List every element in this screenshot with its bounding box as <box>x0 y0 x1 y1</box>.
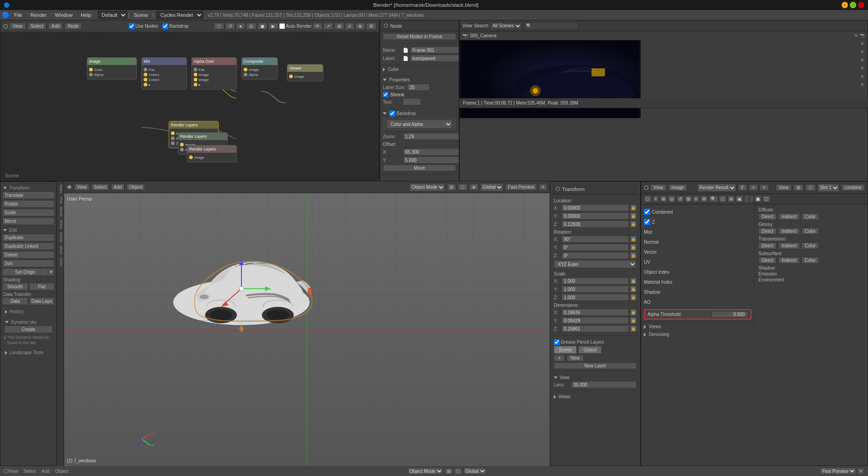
rp-icon-btn-12[interactable]: ◉ <box>736 195 743 202</box>
trans-indirect-btn[interactable]: Indirect <box>778 242 800 249</box>
combine-btn[interactable]: combine <box>841 184 865 191</box>
loc-x-input[interactable] <box>562 204 629 211</box>
loc-x-lock[interactable]: 🔒 <box>630 205 637 211</box>
loc-y-lock[interactable]: 🔒 <box>630 213 637 219</box>
sub-color-btn[interactable]: Color <box>802 257 819 264</box>
rp-image-btn[interactable]: Image <box>668 184 687 191</box>
status-select-btn[interactable]: Select <box>24 469 36 474</box>
rp-result-select[interactable]: Render Result <box>697 184 736 192</box>
status-fast-preview[interactable]: Fast Preview <box>820 467 856 475</box>
data-layo-btn[interactable]: Data Layo <box>29 297 55 305</box>
vp-icon-btn-3[interactable]: ⊕ <box>469 184 478 190</box>
tab-mixo[interactable]: MixO <box>57 245 64 256</box>
dim-x-lock[interactable]: 🔒 <box>630 309 637 316</box>
ne-icon-btn-8[interactable]: ↗ <box>323 23 333 30</box>
tab-phy[interactable]: Phy <box>57 196 64 205</box>
rot-x-lock[interactable]: 🔒 <box>630 236 637 242</box>
use-nodes-checkbox[interactable] <box>129 23 135 29</box>
rp-icon-btn-15[interactable]: ⬡ <box>763 195 770 202</box>
outliner-search-input[interactable] <box>524 22 578 30</box>
ne-icon-btn-12[interactable]: ⚙ <box>366 23 376 30</box>
loc-y-input[interactable] <box>562 212 629 220</box>
vp-add-btn[interactable]: Add <box>111 184 125 190</box>
rp-x-btn[interactable]: × <box>760 184 769 191</box>
tab-retop[interactable]: Retop <box>57 231 64 243</box>
diffuse-indirect-btn[interactable]: Indirect <box>778 213 800 220</box>
sub-direct-btn[interactable]: Direct <box>758 257 777 264</box>
glossy-color-btn[interactable]: Color <box>802 228 819 235</box>
gp-checkbox[interactable] <box>554 339 560 345</box>
zoom-input[interactable] <box>403 133 459 140</box>
rot-y-lock[interactable]: 🔒 <box>630 244 637 251</box>
ne-icon-btn-6[interactable]: ▶ <box>268 23 278 30</box>
dim-y-lock[interactable]: 🔒 <box>630 317 637 324</box>
gp-new-icon-btn[interactable]: + <box>554 355 565 361</box>
status-view-btn[interactable]: View <box>8 469 18 474</box>
engine-selector[interactable]: Cycles Render <box>156 11 203 19</box>
x-input[interactable] <box>403 148 459 155</box>
rp-slot-select[interactable]: Slot 1 <box>818 184 839 192</box>
scale-x-input[interactable] <box>562 277 629 285</box>
backdrop-section-checkbox[interactable] <box>389 110 395 116</box>
label-size-input[interactable] <box>407 84 430 91</box>
gp-new-btn[interactable]: New <box>567 355 584 361</box>
status-icon-btn-2[interactable]: ⬡ <box>454 468 462 475</box>
gp-new-layer-btn[interactable]: New Layer <box>554 362 637 369</box>
auto-render-checkbox[interactable] <box>279 23 285 29</box>
ne-add-btn[interactable]: Add <box>48 23 63 30</box>
node-canvas[interactable]: Image Color Alpha Mix Fac Color1 Color2 … <box>0 32 379 181</box>
status-x-btn[interactable]: × <box>857 468 864 475</box>
trans-direct-btn[interactable]: Direct <box>758 242 777 249</box>
rp-icon-btn-2[interactable]: + <box>652 195 659 202</box>
node-1[interactable]: Image Color Alpha <box>87 57 137 80</box>
rp-icon-btn-14[interactable]: ◼ <box>754 195 762 202</box>
text-color[interactable] <box>403 98 421 105</box>
status-icon-btns[interactable]: ⊞ <box>445 468 453 475</box>
ne-icon-btn-5[interactable]: ◼ <box>257 23 267 30</box>
name-input[interactable] <box>410 46 459 54</box>
set-origin-arrow-btn[interactable]: ▼ <box>48 268 55 276</box>
ne-icon-btn-10[interactable]: ≡ <box>345 23 354 30</box>
rp-icon1-btn[interactable]: ⊞ <box>793 184 803 191</box>
z-checkbox[interactable] <box>644 219 650 225</box>
ne-icon-btn-9[interactable]: ⊞ <box>334 23 344 30</box>
ol-scene-select[interactable]: All Scenes <box>490 22 522 30</box>
color-alpha-select[interactable]: Color and Alpha <box>386 120 452 129</box>
rp-icon-btn-8[interactable]: ⚙ <box>700 195 708 202</box>
node-5[interactable]: Viewer Image <box>287 64 323 81</box>
rp-icon-btn-5[interactable]: ↺ <box>677 195 684 202</box>
rot-z-input[interactable] <box>562 252 629 259</box>
scale-btn[interactable]: Scale <box>2 209 55 216</box>
scale-z-lock[interactable]: 🔒 <box>630 294 637 301</box>
rp-icon-btn-3[interactable]: ⊕ <box>660 195 667 202</box>
rp-view-btn[interactable]: View <box>650 184 667 191</box>
vp-mode-select[interactable]: Object Mode <box>409 183 445 191</box>
vp-icon-btn-2[interactable]: ⬡ <box>458 184 467 190</box>
scale-x-lock[interactable]: 🔒 <box>630 278 637 284</box>
combined-checkbox[interactable] <box>644 209 650 215</box>
minimize-button[interactable]: − <box>842 2 848 8</box>
fast-preview-btn[interactable]: Fast Preview <box>505 184 537 190</box>
tab-mtoo[interactable]: MToo <box>57 219 64 230</box>
rot-z-lock[interactable]: 🔒 <box>630 252 637 259</box>
duplicate-linked-btn[interactable]: Duplicate Linked <box>2 242 55 250</box>
mode-selector[interactable]: Default <box>98 11 127 19</box>
rp-icon-btn-10[interactable]: ⬡ <box>719 195 727 202</box>
loc-z-lock[interactable]: 🔒 <box>630 221 637 227</box>
status-object-btn[interactable]: Object <box>55 469 68 474</box>
node-8[interactable]: Render Layers Image <box>187 145 237 162</box>
set-origin-btn[interactable]: Set Origin <box>2 268 48 276</box>
rp-icon-btn-6[interactable]: ⊞ <box>685 195 692 202</box>
node-2[interactable]: Mix Fac Color1 Color2 ▸ <box>141 57 187 90</box>
diffuse-color-btn[interactable]: Color <box>802 213 819 220</box>
sub-indirect-btn[interactable]: Indirect <box>778 257 800 264</box>
tab-blend[interactable]: Blend <box>57 205 64 217</box>
window-controls[interactable]: − □ × <box>842 2 864 8</box>
create-sky-btn[interactable]: Create <box>4 326 53 333</box>
status-global-select[interactable]: Global <box>463 467 487 475</box>
status-mode-select[interactable]: Object Mode <box>407 467 443 475</box>
shrink-checkbox[interactable] <box>383 92 388 97</box>
dim-z-lock[interactable]: 🔒 <box>630 326 637 332</box>
vp-view-btn[interactable]: View <box>74 184 90 190</box>
ne-icon-btn-4[interactable]: ◎ <box>246 23 256 30</box>
